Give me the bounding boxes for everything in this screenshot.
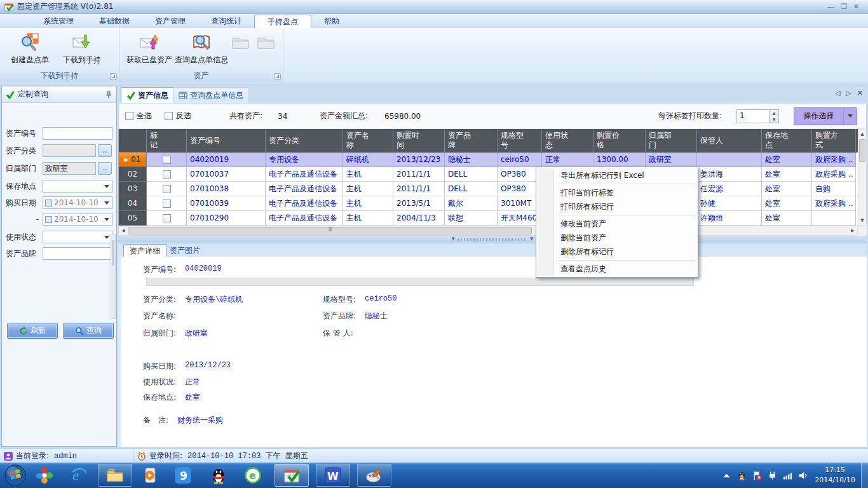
show-desktop-button[interactable]: [861, 463, 868, 488]
minimize-icon[interactable]: —: [827, 1, 834, 13]
field-value: 正常: [185, 377, 200, 388]
panel-splitter[interactable]: ▼▼: [118, 236, 867, 243]
media-player[interactable]: [141, 466, 159, 484]
context-menu-item-7[interactable]: 删除当前资产: [538, 231, 696, 245]
input-method-app[interactable]: 9: [174, 466, 192, 484]
menu-tab-5[interactable]: 手持盘点: [254, 15, 311, 28]
table-vertical-scrollbar[interactable]: ▲▼: [858, 129, 867, 226]
cell: 07010290: [187, 211, 266, 226]
writer-app[interactable]: W: [316, 464, 350, 487]
print-count-input[interactable]: 1: [736, 109, 770, 123]
column-header[interactable]: 保存地 点: [762, 129, 812, 152]
refresh-button[interactable]: 刷新: [7, 323, 58, 339]
pinwheel-app[interactable]: [36, 466, 53, 484]
column-header[interactable]: 标 记: [147, 129, 187, 152]
column-header[interactable]: 购置方 式: [812, 129, 856, 152]
context-menu-item-1[interactable]: 导出所有标记行到 Excel: [538, 168, 696, 182]
context-menu-item-10[interactable]: 查看盘点历史: [538, 262, 696, 276]
tray-action-center[interactable]: [752, 471, 762, 480]
menu-tab-4[interactable]: 查询统计: [198, 15, 254, 28]
internet-explorer[interactable]: e: [70, 466, 88, 484]
table-row[interactable]: 0207010037电子产品及通信设备主机2011/1/1DELLOP380姜洪…: [119, 167, 858, 182]
action-select-button[interactable]: 操作选择: [794, 107, 857, 125]
close-icon[interactable]: ✕: [853, 1, 859, 13]
print-count-stepper[interactable]: ▲▼: [770, 109, 779, 123]
tray-qq[interactable]: [737, 471, 747, 480]
table-row[interactable]: ▶0104020019专用设备碎纸机2013/12/23隐秘士ceiro50正常…: [119, 152, 858, 167]
cell: 主机: [343, 167, 393, 182]
dropdown-select[interactable]: [43, 231, 112, 243]
tray-network[interactable]: [783, 471, 792, 480]
tray-volume[interactable]: [798, 471, 808, 480]
ribbon-button[interactable]: 获取已盘资产: [123, 30, 175, 70]
query-button[interactable]: 查询: [63, 323, 114, 339]
ribbon-button[interactable]: 创建盘点单: [4, 30, 56, 70]
green-browser[interactable]: e: [244, 466, 262, 484]
invert-select-checkbox[interactable]: [165, 112, 173, 120]
column-header[interactable]: 资产编号: [187, 129, 266, 152]
tray-power[interactable]: [768, 471, 777, 480]
column-header[interactable]: 保管人: [697, 129, 762, 152]
pin-icon[interactable]: [105, 91, 112, 98]
tab-scroll-left-icon[interactable]: ◁: [835, 89, 840, 97]
tab-scroll-right-icon[interactable]: ▷: [846, 89, 851, 97]
row-checkbox[interactable]: [163, 200, 171, 208]
sidebar-scrollbar[interactable]: [111, 234, 116, 319]
dialog-launcher-icon[interactable]: [274, 73, 281, 80]
asset-system[interactable]: [275, 464, 309, 487]
taskbar-clock[interactable]: 17:152014/10/10: [814, 465, 856, 485]
table-horizontal-scrollbar[interactable]: ◀▶: [118, 226, 858, 236]
text-input[interactable]: [45, 249, 110, 258]
column-header[interactable]: 购置价 格: [593, 129, 646, 152]
date-picker[interactable]: 2014-10-10: [43, 213, 112, 226]
file-explorer[interactable]: [98, 464, 132, 487]
select-all-checkbox[interactable]: [125, 112, 133, 120]
column-header[interactable]: 使用状 态: [542, 129, 593, 152]
context-menu-item-3[interactable]: 打印当前行标签: [538, 186, 696, 200]
column-header[interactable]: 资产品 牌: [445, 129, 498, 152]
paint-app[interactable]: [357, 464, 391, 487]
asset-detail-panel: 资产编号: 04020019 资产分类: 专用设备\碎纸机 规格型号: ceir…: [118, 257, 867, 447]
tab-asset-info[interactable]: 资产信息: [121, 87, 174, 103]
ribbon-group-label: 下载到手持: [0, 71, 119, 82]
lookup-button[interactable]: ..: [98, 162, 112, 175]
row-checkbox[interactable]: [163, 185, 171, 193]
tab-query-inventory[interactable]: 查询盘点单信息: [173, 87, 249, 103]
ribbon-button[interactable]: 下载到手持: [56, 30, 108, 70]
table-row[interactable]: 0507010290电子产品及通信设备主机2004/11/3联想开天M4600许…: [119, 211, 858, 226]
start-button[interactable]: [4, 464, 27, 487]
ribbon-button[interactable]: 查询盘点单信息: [175, 30, 227, 70]
text-input[interactable]: [45, 129, 110, 138]
restore-icon[interactable]: ❐: [841, 1, 847, 13]
table-row[interactable]: 0407010039电子产品及通信设备主机2013/5/1戴尔3010MT孙健处…: [119, 196, 858, 211]
column-header[interactable]: 归属部 门: [646, 129, 697, 152]
tab-asset-picture[interactable]: 资产图片: [164, 244, 206, 257]
column-header[interactable]: 资产分类: [266, 129, 343, 152]
date-checkbox[interactable]: [45, 200, 52, 207]
chevron-down-icon[interactable]: [843, 108, 857, 125]
table-row[interactable]: 0307010038电子产品及通信设备主机2011/1/1DELLOP380任宏…: [119, 182, 858, 196]
column-header[interactable]: 资产名 称: [343, 129, 393, 152]
dialog-launcher-icon[interactable]: [110, 73, 117, 80]
date-checkbox[interactable]: [45, 216, 52, 223]
tab-close-icon[interactable]: ✕: [857, 89, 863, 97]
row-checkbox[interactable]: [163, 214, 171, 222]
menu-tab-3[interactable]: 资产管理: [142, 15, 198, 28]
lookup-button[interactable]: ..: [98, 144, 112, 157]
context-menu-item-8[interactable]: 删除所有标记行: [538, 245, 696, 259]
dropdown-select[interactable]: [43, 180, 112, 193]
row-checkbox[interactable]: [163, 156, 171, 164]
tray-expand[interactable]: [722, 471, 731, 480]
row-number-header: [119, 129, 147, 152]
tab-asset-detail[interactable]: 资产详细: [123, 244, 166, 257]
column-header[interactable]: 规格型 号: [498, 129, 542, 152]
row-checkbox[interactable]: [163, 170, 171, 179]
context-menu-item-6[interactable]: 修改当前资产: [538, 217, 696, 231]
column-header[interactable]: 购置时 间: [393, 129, 445, 152]
date-picker[interactable]: 2014-10-10: [43, 196, 112, 209]
context-menu-item-4[interactable]: 打印所有标记行: [538, 200, 696, 214]
qq[interactable]: [210, 466, 227, 484]
menu-tab-1[interactable]: 系统管理: [31, 15, 86, 28]
menu-tab-6[interactable]: 帮助: [311, 15, 352, 28]
menu-tab-2[interactable]: 基础数据: [86, 15, 142, 28]
